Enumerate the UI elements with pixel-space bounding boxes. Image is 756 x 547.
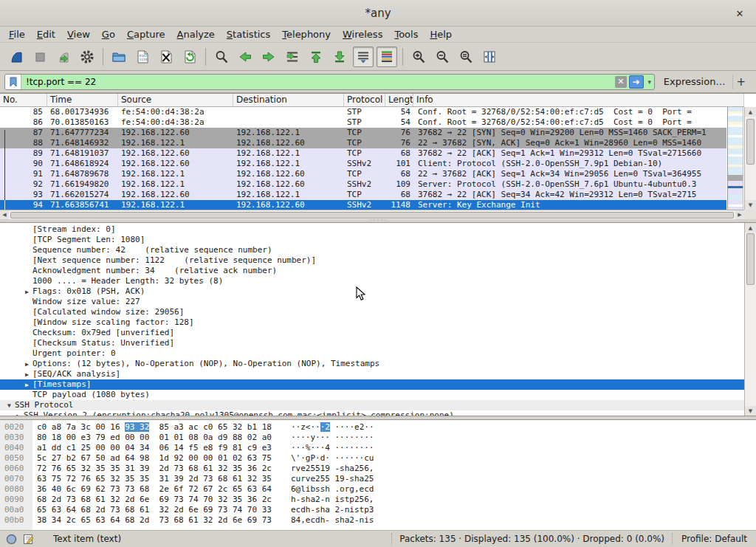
zoom-in-button[interactable] <box>408 47 429 67</box>
detail-line[interactable]: [Checksum Status: Unverified] <box>0 338 744 348</box>
expanded-arrow-icon[interactable]: ▼ <box>4 400 15 410</box>
column-header-source[interactable]: Source <box>118 94 233 106</box>
zoom-normal-button[interactable] <box>456 47 476 67</box>
detail-line[interactable]: Sequence number: 42 (relative sequence n… <box>0 245 744 255</box>
scroll-down-icon[interactable]: ▼ <box>745 406 756 416</box>
hex-ascii[interactable]: ··z<···2 ····e2·· <box>291 422 374 433</box>
detail-line[interactable]: [Window size scaling factor: 128] <box>0 317 744 328</box>
reload-file-button[interactable] <box>179 47 200 67</box>
go-forward-button[interactable] <box>258 47 279 67</box>
go-first-packet-button[interactable] <box>306 47 326 67</box>
menu-analyze[interactable]: Analyze <box>171 28 221 41</box>
detail-line[interactable]: ▼SSH Protocol <box>0 400 744 410</box>
start-capture-button[interactable] <box>6 47 27 67</box>
restart-capture-button[interactable] <box>53 47 74 67</box>
stop-capture-button[interactable] <box>30 47 50 67</box>
packet-row[interactable]: 9071.648618924192.168.122.60192.168.122.… <box>0 159 726 169</box>
detail-line[interactable]: ▶SSH Version 2 (encryption:chacha20-poly… <box>0 410 744 416</box>
detail-line[interactable]: ▶Options: (12 bytes), No-Operation (NOP)… <box>0 359 744 369</box>
hex-row[interactable]: 00a065 63 64 68 2d 73 68 61 32 2d 6e 69 … <box>0 505 756 515</box>
hex-row[interactable]: 00505c 27 b2 67 50 ad 64 98 1d 92 00 00 … <box>0 453 756 464</box>
collapsed-arrow-icon[interactable]: ▶ <box>13 410 24 416</box>
auto-scroll-button[interactable] <box>353 47 374 67</box>
display-filter-input[interactable]: !tcp.port == 22 ✕ ➔ ▾ <box>4 74 655 90</box>
hex-row[interactable]: 009068 2d 73 68 61 32 2d 6e 69 73 74 70 … <box>0 495 756 505</box>
expert-info-icon[interactable] <box>6 534 17 545</box>
filter-expression-text[interactable]: !tcp.port == 22 <box>21 77 615 87</box>
scroll-thumb[interactable] <box>746 233 755 285</box>
details-vscrollbar[interactable]: ▲ ▼ <box>744 223 756 416</box>
collapsed-arrow-icon[interactable]: ▶ <box>21 359 32 369</box>
capture-comment-icon[interactable] <box>23 534 34 545</box>
hex-bytes[interactable]: 5c 27 b2 67 50 ad 64 98 1d 92 00 00 01 0… <box>37 453 272 464</box>
go-back-button[interactable] <box>235 47 255 67</box>
detail-line[interactable]: Window size value: 227 <box>0 297 744 307</box>
expression-button[interactable]: Expression… <box>655 76 733 87</box>
packet-list-hscrollbar[interactable]: ◀ ▶ <box>0 210 744 219</box>
hex-bytes[interactable]: 72 76 65 32 35 35 31 39 2d 73 68 61 32 3… <box>37 464 272 474</box>
hex-ascii[interactable]: h-sha2-n istp256, <box>291 495 374 505</box>
detail-line[interactable]: [Stream index: 0] <box>0 224 744 235</box>
scroll-up-icon[interactable]: ▲ <box>745 107 756 117</box>
hex-row[interactable]: 00b038 34 2c 65 63 64 68 2d 73 68 61 32 … <box>0 515 756 526</box>
filter-add-button[interactable]: + <box>732 75 752 89</box>
hex-bytes[interactable]: 65 63 64 68 2d 73 68 61 32 2d 6e 69 73 7… <box>37 505 272 515</box>
zoom-out-button[interactable] <box>432 47 453 67</box>
scroll-down-icon[interactable]: ▼ <box>745 200 756 210</box>
detail-line[interactable]: [Next sequence number: 1122 (relative se… <box>0 255 744 266</box>
hex-row[interactable]: 0020c0 a8 7a 3c 00 16 93 32 85 a3 ac c0 … <box>0 422 756 433</box>
go-last-packet-button[interactable] <box>329 47 350 67</box>
detail-line[interactable]: 1000 .... = Header Length: 32 bytes (8) <box>0 276 744 286</box>
capture-options-button[interactable] <box>77 47 97 67</box>
menu-help[interactable]: Help <box>424 28 458 41</box>
detail-line[interactable]: [Calculated window size: 29056] <box>0 307 744 317</box>
close-icon[interactable]: ✕ <box>732 6 747 21</box>
menu-view[interactable]: View <box>61 28 96 41</box>
detail-line-selected[interactable]: ▶[Timestamps] <box>0 379 744 390</box>
packet-minimap[interactable] <box>727 107 743 210</box>
column-header-info[interactable]: Info <box>413 94 744 106</box>
packet-row[interactable]: 9171.648789678192.168.122.1192.168.122.6… <box>0 169 726 179</box>
colorize-packets-button[interactable] <box>377 47 397 67</box>
collapsed-arrow-icon[interactable]: ▶ <box>21 369 32 379</box>
hex-bytes[interactable]: 80 18 00 e3 79 ed 00 00 01 01 08 0a d9 8… <box>37 433 272 443</box>
filter-clear-icon[interactable]: ✕ <box>615 76 627 88</box>
hex-ascii[interactable]: \'·gP·d· ······cu <box>291 453 374 464</box>
hex-bytes[interactable]: 68 2d 73 68 61 32 2d 6e 69 73 74 70 32 3… <box>37 495 272 505</box>
hex-ascii[interactable]: rve25519 -sha256, <box>291 464 374 474</box>
hex-row[interactable]: 006072 76 65 32 35 35 31 39 2d 73 68 61 … <box>0 464 756 474</box>
packet-row[interactable]: 8771.647777234192.168.122.60192.168.122.… <box>0 128 726 138</box>
hex-ascii[interactable]: ···%···4 ········ <box>291 443 374 453</box>
find-packet-button[interactable] <box>211 47 232 67</box>
menu-statistics[interactable]: Statistics <box>221 28 276 41</box>
hex-bytes[interactable]: c0 a8 7a 3c 00 16 93 32 85 a3 ac c0 65 3… <box>37 422 272 433</box>
collapsed-arrow-icon[interactable]: ▶ <box>21 379 32 390</box>
hex-row[interactable]: 008036 40 6c 69 62 73 73 68 2e 6f 72 67 … <box>0 484 756 495</box>
hex-row[interactable]: 003080 18 00 e3 79 ed 00 00 01 01 08 0a … <box>0 433 756 443</box>
detail-line[interactable]: Checksum: 0x79ed [unverified] <box>0 328 744 338</box>
hex-bytes[interactable]: a1 dd c1 25 00 00 04 34 06 14 f5 e8 f9 8… <box>37 443 272 453</box>
menu-edit[interactable]: Edit <box>31 28 61 41</box>
hex-bytes[interactable]: 63 75 72 76 65 32 35 35 31 39 2d 73 68 6… <box>37 474 272 484</box>
column-header-destination[interactable]: Destination <box>233 94 344 106</box>
scroll-thumb[interactable] <box>10 212 734 219</box>
scroll-left-icon[interactable]: ◀ <box>0 210 9 219</box>
column-header-no[interactable]: No. <box>0 94 47 106</box>
menu-wireless[interactable]: Wireless <box>337 28 388 41</box>
column-header-protocol[interactable]: Protocol <box>344 94 385 106</box>
save-file-button[interactable]: 01011110 <box>132 47 153 67</box>
packet-row[interactable]: 9271.661949820192.168.122.1192.168.122.6… <box>0 179 726 190</box>
menu-telephony[interactable]: Telephony <box>276 28 337 41</box>
hex-bytes[interactable]: 38 34 2c 65 63 64 68 2d 73 68 61 32 2d 6… <box>37 515 272 526</box>
packet-row[interactable]: 8670.013850163fe:54:00:d4:38:2aSTP54Conf… <box>0 117 726 128</box>
filter-apply-icon[interactable]: ➔ <box>629 75 644 89</box>
filter-bookmark-icon[interactable] <box>5 75 21 89</box>
hex-row[interactable]: 007063 75 72 76 65 32 35 35 31 39 2d 73 … <box>0 474 756 484</box>
status-profile[interactable]: Profile: Default <box>672 533 756 544</box>
menu-go[interactable]: Go <box>96 28 121 41</box>
hex-bytes[interactable]: 36 40 6c 69 62 73 73 68 2e 6f 72 67 2c 6… <box>37 484 272 495</box>
menu-capture[interactable]: Capture <box>121 28 171 41</box>
detail-line[interactable]: [TCP Segment Len: 1080] <box>0 235 744 245</box>
detail-line[interactable]: Acknowledgment number: 34 (relative ack … <box>0 266 744 276</box>
open-file-button[interactable] <box>109 47 129 67</box>
